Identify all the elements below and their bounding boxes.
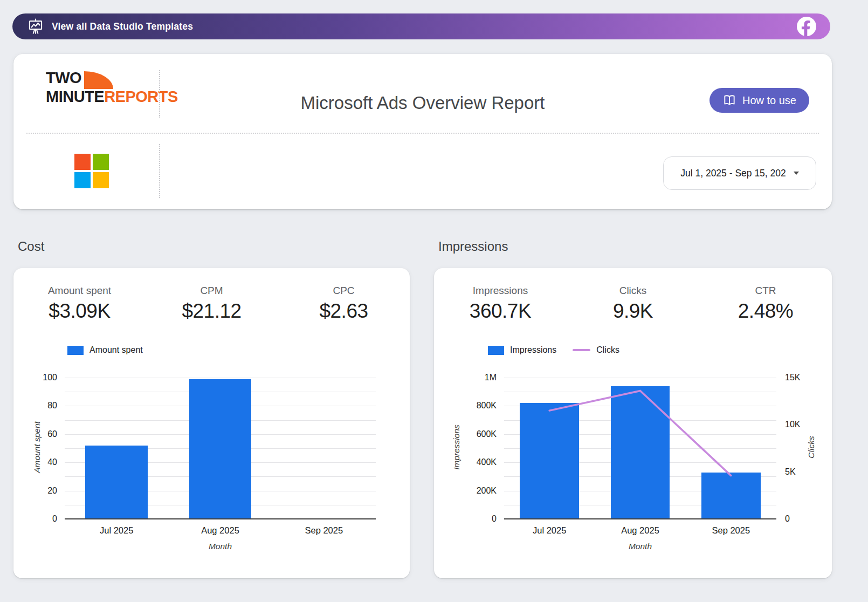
chart-legend: ImpressionsClicks [488, 345, 619, 355]
y-tick-label: 0 [13, 514, 57, 524]
x-tick-label: Sep 2025 [284, 525, 364, 536]
gridline [65, 378, 376, 378]
microsoft-logo [74, 154, 109, 188]
microsoft-square-green [93, 154, 109, 170]
clicks-line [504, 378, 776, 519]
x-axis-title: Month [597, 542, 684, 551]
logo-quarter-circle [84, 71, 113, 89]
legend-line-swatch [573, 349, 590, 351]
logo-word-two: TWO [46, 70, 81, 86]
bar-jul-2025 [85, 446, 147, 519]
banner-label: View all Data Studio Templates [52, 21, 193, 32]
vertical-dotted-divider [159, 144, 160, 198]
x-tick-label: Aug 2025 [180, 525, 261, 536]
impressions-section-title: Impressions [438, 239, 508, 254]
x-axis-line [65, 518, 376, 519]
date-range-value: Jul 1, 2025 - Sep 15, 202 [680, 168, 786, 179]
y-tick-label: 100 [13, 372, 57, 383]
microsoft-square-blue [74, 172, 91, 188]
how-to-use-button[interactable]: How to use [709, 88, 809, 113]
legend-item-amount-spent: Amount spent [67, 345, 143, 355]
impressions-card: Impressions 360.7K Clicks 9.9K CTR 2.48%… [434, 268, 832, 578]
x-tick-label: Jul 2025 [76, 525, 157, 536]
cost-section-title: Cost [18, 239, 44, 254]
microsoft-square-yellow [93, 172, 109, 188]
legend-bar-swatch [67, 346, 84, 355]
cost-card: Amount spent $3.09K CPM $21.12 CPC $2.63… [13, 268, 410, 578]
y-axis-title-right: Clicks [807, 393, 816, 501]
y-tick-label: 800K [434, 400, 497, 411]
chart-legend: Amount spent [67, 345, 143, 355]
microsoft-square-red [74, 154, 91, 170]
x-tick-label: Sep 2025 [691, 525, 771, 536]
horizontal-dotted-divider [26, 133, 819, 134]
page-title: Microsoft Ads Overview Report [13, 93, 832, 113]
book-icon [722, 93, 736, 107]
y-axis-title: Impressions [452, 393, 461, 501]
presentation-chart-icon [26, 17, 45, 36]
y-tick-label-right: 0 [785, 514, 817, 524]
date-range-selector[interactable]: Jul 1, 2025 - Sep 15, 202 [663, 156, 816, 190]
legend-label: Clicks [596, 345, 619, 355]
bar-aug-2025 [189, 379, 251, 519]
legend-item-impressions: Impressions [488, 345, 556, 355]
x-tick-label: Jul 2025 [509, 525, 590, 536]
y-tick-label: 200K [434, 485, 497, 496]
y-axis-title: Amount spent [32, 393, 42, 501]
facebook-icon[interactable] [797, 17, 816, 36]
legend-label: Impressions [510, 345, 556, 355]
y-tick-label: 400K [434, 457, 497, 468]
templates-banner[interactable]: View all Data Studio Templates [12, 13, 830, 39]
x-axis-title: Month [177, 542, 264, 551]
chevron-down-icon [794, 172, 799, 175]
impressions-chart: 0200K400K600K800K1M05K10K15KJul 2025Aug … [434, 268, 832, 578]
cost-chart: 020406080100Jul 2025Aug 2025Sep 2025Amou… [13, 268, 410, 578]
y-tick-label: 600K [434, 429, 497, 440]
x-tick-label: Aug 2025 [600, 525, 681, 536]
how-to-use-label: How to use [742, 94, 796, 107]
legend-item-clicks: Clicks [573, 345, 619, 355]
y-tick-label-right: 15K [785, 372, 817, 383]
legend-label: Amount spent [89, 345, 143, 355]
x-axis-line [504, 518, 776, 519]
y-tick-label: 0 [434, 514, 497, 524]
y-tick-label: 1M [434, 372, 497, 383]
legend-bar-swatch [488, 346, 504, 355]
header-card: TWO MINUTEREPORTS Microsoft Ads Overview… [13, 54, 832, 209]
